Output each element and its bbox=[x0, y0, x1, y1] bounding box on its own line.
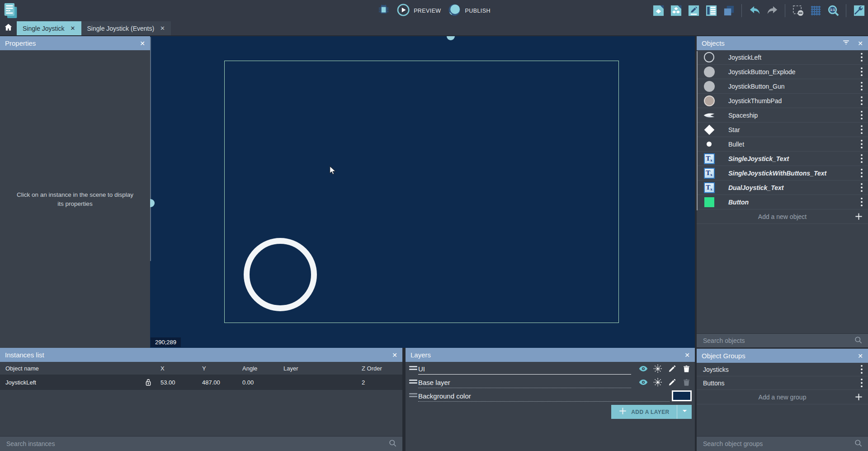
add-group-label: Add a new group bbox=[759, 394, 807, 401]
tab-single-joystick-events-[interactable]: Single Joystick (Events)✕ bbox=[81, 21, 171, 35]
search-objects-input[interactable] bbox=[702, 337, 854, 345]
undo-icon[interactable] bbox=[748, 5, 761, 17]
object-row[interactable]: TxSingleJoystick_Text bbox=[697, 152, 868, 166]
tab-single-joystick[interactable]: Single Joystick✕ bbox=[17, 21, 81, 35]
scene-canvas[interactable]: 290;289 bbox=[150, 35, 695, 348]
pencil-icon[interactable] bbox=[666, 364, 678, 374]
object-row[interactable]: JoystickButton_Explode bbox=[697, 65, 868, 79]
vertical-scrollbar[interactable] bbox=[150, 37, 151, 261]
object-row[interactable]: JoystickButton_Gun bbox=[697, 79, 868, 94]
object-menu-icon[interactable] bbox=[857, 124, 866, 135]
home-tab[interactable] bbox=[0, 21, 17, 35]
group-row[interactable]: Buttons bbox=[697, 376, 868, 390]
tabs: Single Joystick✕Single Joystick (Events)… bbox=[17, 21, 171, 35]
tab-close-icon[interactable]: ✕ bbox=[71, 25, 75, 32]
layer-row[interactable]: UI bbox=[406, 362, 695, 375]
object-row[interactable]: TxSingleJoystickWithButtons_Text bbox=[697, 166, 868, 180]
group-row[interactable]: Joysticks bbox=[697, 363, 868, 376]
object-menu-icon[interactable] bbox=[857, 66, 866, 77]
object-groups-header: Object Groups ✕ bbox=[697, 349, 868, 363]
object-row[interactable]: Star bbox=[697, 123, 868, 137]
object-menu-icon[interactable] bbox=[857, 197, 866, 207]
instances-list-panel-icon[interactable] bbox=[705, 5, 717, 17]
scene-toolbar: 1:1 bbox=[652, 0, 865, 21]
object-menu-icon[interactable] bbox=[857, 168, 866, 178]
horizontal-scrollbar-thumb[interactable] bbox=[447, 35, 455, 40]
object-row[interactable]: Bullet bbox=[697, 137, 868, 152]
object-menu-icon[interactable] bbox=[857, 52, 866, 62]
layer-name-field[interactable]: UI bbox=[418, 365, 631, 375]
trash-icon bbox=[681, 377, 692, 387]
object-row[interactable]: JoystickThumbPad bbox=[697, 94, 868, 108]
joystick-instance[interactable] bbox=[244, 238, 317, 311]
debug-icon[interactable] bbox=[377, 4, 390, 18]
add-layer-main[interactable]: ADD A LAYER bbox=[611, 405, 677, 419]
group-menu-icon[interactable] bbox=[857, 378, 866, 388]
object-row[interactable]: Spaceship bbox=[697, 108, 868, 123]
add-object-button[interactable]: Add a new object bbox=[697, 209, 868, 224]
zoom-original-icon[interactable]: 1:1 bbox=[827, 5, 840, 17]
right-column: Objects ✕ JoystickLeftJoystickButton_Exp… bbox=[697, 35, 868, 451]
search-instances-input[interactable] bbox=[5, 440, 388, 448]
background-color-row[interactable]: Background color bbox=[406, 389, 695, 403]
add-layer-dropdown[interactable] bbox=[677, 405, 692, 419]
layer-row[interactable]: Base layer bbox=[406, 375, 695, 389]
object-menu-icon[interactable] bbox=[857, 81, 866, 91]
instance-row[interactable]: JoystickLeft53.00487.000.002 bbox=[0, 375, 402, 390]
object-name: Bullet bbox=[728, 141, 857, 148]
close-icon[interactable]: ✕ bbox=[140, 40, 145, 47]
object-thumbnail-ring bbox=[703, 51, 715, 63]
layer-name-field[interactable]: Base layer bbox=[418, 379, 631, 388]
deselect-instances-icon[interactable] bbox=[792, 5, 804, 17]
background-color-swatch[interactable] bbox=[672, 390, 692, 401]
eye-icon[interactable] bbox=[637, 364, 649, 374]
group-name: Buttons bbox=[703, 380, 857, 387]
vertical-scrollbar-thumb[interactable] bbox=[150, 199, 155, 207]
eye-icon[interactable] bbox=[637, 377, 649, 387]
redo-icon[interactable] bbox=[766, 5, 778, 17]
close-icon[interactable]: ✕ bbox=[858, 40, 863, 47]
lock-open-icon[interactable] bbox=[136, 378, 160, 387]
settings-icon[interactable] bbox=[853, 5, 865, 17]
grid-icon[interactable] bbox=[809, 5, 822, 17]
properties-panel-icon[interactable] bbox=[687, 5, 700, 17]
plus-icon bbox=[618, 407, 627, 417]
drag-handle-icon[interactable] bbox=[409, 380, 417, 384]
drag-handle-icon[interactable] bbox=[409, 366, 417, 370]
close-icon[interactable]: ✕ bbox=[392, 351, 397, 359]
object-menu-icon[interactable] bbox=[857, 182, 866, 193]
column-x: X bbox=[160, 365, 202, 372]
tab-close-icon[interactable]: ✕ bbox=[160, 25, 165, 32]
search-object-groups-input[interactable] bbox=[702, 440, 854, 448]
object-row[interactable]: Button bbox=[697, 195, 868, 209]
publish-button[interactable]: PUBLISH bbox=[448, 4, 491, 18]
object-menu-icon[interactable] bbox=[857, 139, 866, 149]
object-thumbnail-text: Tx bbox=[703, 152, 715, 165]
group-menu-icon[interactable] bbox=[857, 364, 866, 375]
effects-icon[interactable] bbox=[652, 377, 663, 387]
add-layer-button[interactable]: ADD A LAYER bbox=[611, 405, 692, 419]
preview-label: PREVIEW bbox=[414, 8, 441, 14]
effects-icon[interactable] bbox=[652, 364, 663, 374]
properties-panel: Properties ✕ Click on an instance in the… bbox=[0, 35, 150, 348]
close-icon[interactable]: ✕ bbox=[858, 352, 863, 360]
object-thumbnail-diamond bbox=[703, 123, 715, 136]
object-menu-icon[interactable] bbox=[857, 110, 866, 120]
layers-panel-icon[interactable] bbox=[722, 5, 735, 17]
objects-panel-icon[interactable] bbox=[652, 5, 665, 17]
object-groups-panel-icon[interactable] bbox=[670, 5, 682, 17]
project-manager-icon[interactable] bbox=[4, 2, 19, 20]
trash-icon[interactable] bbox=[681, 364, 692, 374]
objects-header: Objects ✕ bbox=[697, 36, 868, 50]
pencil-icon[interactable] bbox=[666, 377, 678, 387]
object-row[interactable]: TxDualJoystick_Text bbox=[697, 180, 868, 195]
object-menu-icon[interactable] bbox=[857, 153, 866, 164]
object-groups-list: JoysticksButtons bbox=[697, 363, 868, 390]
preview-button[interactable]: PREVIEW bbox=[397, 4, 441, 18]
object-row[interactable]: JoystickLeft bbox=[697, 50, 868, 65]
object-menu-icon[interactable] bbox=[857, 95, 866, 106]
close-icon[interactable]: ✕ bbox=[684, 351, 690, 359]
filter-icon[interactable] bbox=[842, 38, 850, 48]
add-group-button[interactable]: Add a new group bbox=[697, 390, 868, 404]
tab-label: Single Joystick (Events) bbox=[87, 25, 155, 32]
